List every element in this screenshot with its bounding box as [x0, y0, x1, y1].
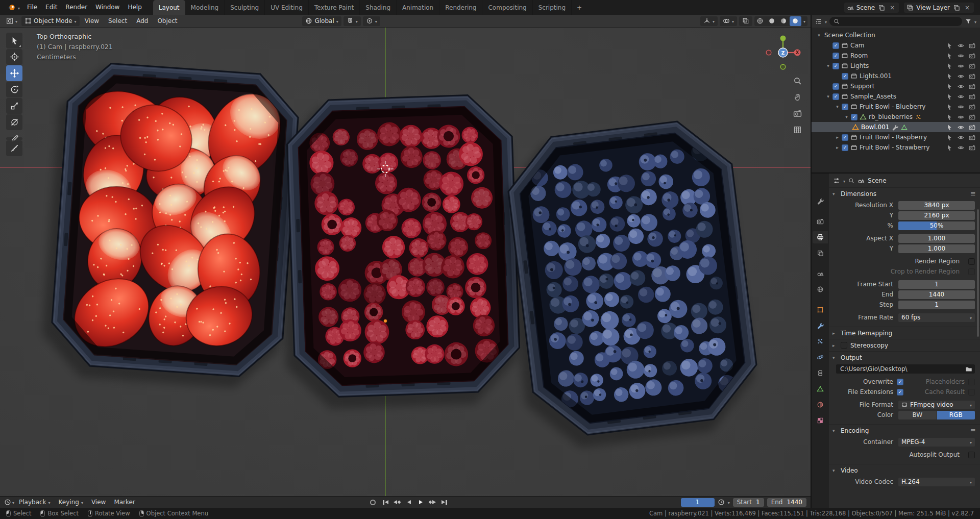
viewport-3d[interactable]: Top Orthographic (1) Cam | raspberry.021…: [0, 28, 811, 496]
selectable-icon[interactable]: [946, 93, 953, 100]
menu-help[interactable]: Help: [124, 0, 145, 15]
menu-keying[interactable]: Keying: [55, 499, 87, 506]
proportional-editing-toggle[interactable]: [363, 16, 380, 26]
hide-viewport-icon[interactable]: [958, 63, 964, 69]
outliner-row-fruit-bowl-strawberry[interactable]: Fruit Bowl - Strawberry: [812, 142, 980, 153]
workspace-tab-animation[interactable]: Animation: [397, 0, 439, 15]
navigation-gizmo[interactable]: X Z: [765, 33, 801, 72]
frame-start-field[interactable]: Start1: [733, 498, 764, 507]
playback-sync-icon[interactable]: [718, 499, 725, 506]
color-rgb-button[interactable]: RGB: [937, 411, 975, 419]
jump-to-end-button[interactable]: [439, 498, 449, 507]
crop-render-region-checkbox[interactable]: [968, 268, 975, 275]
panel-time-remapping-header[interactable]: Time Remapping: [829, 327, 980, 339]
properties-search-icon[interactable]: [848, 178, 854, 184]
autosplit-output-checkbox[interactable]: [968, 452, 975, 458]
aspect-y-field[interactable]: 1.000: [898, 244, 975, 253]
workspace-tab-uv-editing[interactable]: UV Editing: [265, 0, 309, 15]
collection-checkbox[interactable]: [832, 83, 839, 90]
shading-wireframe-button[interactable]: [754, 16, 766, 26]
collection-checkbox[interactable]: [842, 144, 848, 151]
hide-viewport-icon[interactable]: [958, 83, 964, 90]
presets-icon[interactable]: [970, 427, 976, 434]
menu-render[interactable]: Render: [61, 0, 91, 15]
panel-encoding-header[interactable]: Encoding: [829, 425, 980, 436]
tab-modifiers[interactable]: [813, 319, 828, 332]
tab-scene[interactable]: [813, 267, 828, 280]
disable-render-icon[interactable]: [969, 83, 975, 90]
xray-toggle[interactable]: [739, 16, 752, 26]
tab-object[interactable]: [813, 304, 828, 316]
tab-output[interactable]: [813, 231, 828, 243]
new-view-layer-button[interactable]: [952, 4, 961, 12]
show-gizmo-dropdown[interactable]: [700, 16, 718, 26]
outliner-editor-icon[interactable]: [815, 18, 822, 25]
menu-window[interactable]: Window: [91, 0, 124, 15]
disable-render-icon[interactable]: [969, 124, 975, 131]
remove-view-layer-button[interactable]: [963, 4, 971, 12]
disable-render-icon[interactable]: [969, 114, 975, 120]
object-checkbox[interactable]: [851, 114, 857, 120]
workspace-tab-sculpting[interactable]: Sculpting: [225, 0, 265, 15]
aspect-x-field[interactable]: 1.000: [898, 234, 975, 243]
file-extensions-checkbox[interactable]: [897, 389, 903, 396]
collection-checkbox[interactable]: [832, 42, 839, 49]
stereoscopy-checkbox[interactable]: [841, 342, 847, 349]
tab-tool[interactable]: [813, 195, 828, 207]
properties-scrollbar[interactable]: [977, 209, 979, 337]
mode-dropdown[interactable]: Object Mode: [21, 16, 80, 26]
shading-solid-button[interactable]: [766, 16, 778, 26]
properties-editor-icon[interactable]: [833, 177, 840, 184]
selectable-icon[interactable]: [946, 134, 953, 141]
menu-view[interactable]: View: [81, 14, 103, 29]
outliner-row-room[interactable]: Room: [812, 51, 980, 61]
viewport-canvas[interactable]: [0, 28, 811, 496]
collection-checkbox[interactable]: [842, 134, 848, 141]
expander-icon[interactable]: [834, 145, 841, 150]
editor-type-button[interactable]: [3, 16, 20, 26]
selectable-icon[interactable]: [946, 144, 953, 151]
frame-start-field[interactable]: 1: [898, 280, 975, 289]
tab-texture[interactable]: [813, 414, 828, 427]
auto-keyframe-toggle[interactable]: [370, 500, 376, 505]
outliner-row-fruit-bowl-blueberry[interactable]: Fruit Bowl - Blueberry: [812, 102, 980, 112]
selectable-icon[interactable]: [946, 73, 953, 80]
placeholders-checkbox[interactable]: [968, 379, 975, 385]
frame-rate-dropdown[interactable]: 60 fps: [898, 313, 975, 322]
hide-viewport-icon[interactable]: [958, 93, 964, 100]
outliner-row-cam[interactable]: Cam: [812, 40, 980, 51]
workspace-tab-texture-paint[interactable]: Texture Paint: [309, 0, 360, 15]
disable-render-icon[interactable]: [969, 134, 975, 141]
shading-rendered-button[interactable]: [790, 16, 801, 26]
resolution-y-field[interactable]: 2160 px: [898, 211, 975, 220]
tab-physics[interactable]: [813, 351, 828, 363]
transform-orientation-dropdown[interactable]: Global: [302, 16, 341, 26]
blender-menu-button[interactable]: [4, 0, 23, 15]
presets-icon[interactable]: [970, 190, 976, 197]
rotate-tool[interactable]: [6, 82, 22, 97]
collection-checkbox[interactable]: [842, 104, 848, 110]
menu-add[interactable]: Add: [132, 14, 152, 29]
menu-file[interactable]: File: [23, 0, 41, 15]
selectable-icon[interactable]: [946, 104, 953, 110]
outliner-row-lights[interactable]: Lights: [812, 61, 980, 71]
outliner-row-bowl-001[interactable]: Bowl.001: [812, 122, 980, 132]
new-scene-button[interactable]: [877, 4, 886, 12]
pan-hand-icon[interactable]: [792, 91, 803, 103]
menu-view-timeline[interactable]: View: [88, 499, 109, 506]
outliner-row-scene-collection[interactable]: Scene Collection: [812, 30, 980, 40]
outliner-row-lights-001[interactable]: Lights.001: [812, 71, 980, 81]
collection-checkbox[interactable]: [832, 53, 839, 59]
current-frame-field[interactable]: 1: [681, 498, 715, 507]
move-tool[interactable]: [6, 65, 22, 81]
scale-tool[interactable]: [6, 98, 22, 114]
select-box-tool[interactable]: [6, 33, 22, 48]
selectable-icon[interactable]: [946, 83, 953, 90]
disable-render-icon[interactable]: [969, 73, 975, 80]
menu-playback[interactable]: Playback: [15, 499, 54, 506]
workspace-tab-rendering[interactable]: Rendering: [439, 0, 482, 15]
hide-viewport-icon[interactable]: [958, 134, 964, 141]
color-bw-button[interactable]: BW: [898, 411, 937, 419]
render-region-checkbox[interactable]: [968, 258, 975, 265]
hide-viewport-icon[interactable]: [958, 42, 964, 49]
